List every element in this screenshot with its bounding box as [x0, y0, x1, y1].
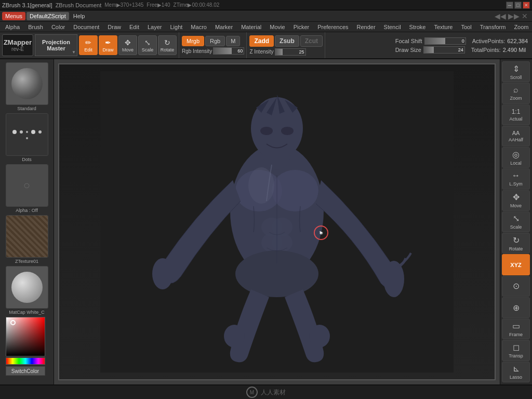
draw-size-bar[interactable]: 24 [423, 46, 465, 54]
color-menu[interactable]: Color [49, 23, 67, 31]
tool-menu[interactable]: Tool [459, 23, 473, 31]
move-button[interactable]: ✥ Move [118, 35, 137, 55]
focal-shift-bar[interactable]: 0 [424, 37, 466, 45]
stencil-menu[interactable]: Stencil [382, 23, 403, 31]
actual-button[interactable]: 1:1 Actual [502, 104, 530, 125]
canvas-area[interactable]: ↻ [54, 59, 500, 384]
frame-button[interactable]: ▭ Frame [502, 318, 530, 339]
render-menu[interactable]: Render [355, 23, 378, 31]
matcap-thumbnail[interactable] [6, 266, 48, 309]
creature-svg [100, 71, 454, 373]
ztexture-thumbnail-container: ZTexture01 [2, 215, 51, 264]
light-menu[interactable]: Light [168, 23, 185, 31]
zoom-icon: ⌕ [513, 85, 518, 95]
ztexture-thumbnail[interactable] [6, 215, 48, 258]
menus-menu[interactable]: Menus [2, 12, 25, 20]
zoom-button[interactable]: ⌕ Zoom [502, 83, 530, 103]
draw-size-value: 24 [458, 47, 463, 52]
document-menu[interactable]: Document [71, 23, 101, 31]
aahalf-button[interactable]: AA AAHalf [502, 126, 530, 147]
picker-menu[interactable]: Picker [291, 23, 312, 31]
creature-canvas: ↻ [59, 64, 495, 379]
hue-bar[interactable] [6, 357, 45, 365]
edit-label: Edit [84, 47, 92, 52]
move-right-button[interactable]: ✥ Move [502, 190, 530, 211]
zmapper-button[interactable]: ZMapper rev-E [2, 34, 33, 56]
alpha-menu[interactable]: Alpha [3, 23, 22, 31]
master-label: Master [47, 45, 65, 51]
transp-button[interactable]: ◻ Transp [502, 340, 530, 361]
rotate-right-button[interactable]: ↻ Rotate [502, 233, 530, 254]
lsym-button[interactable]: ↔ L.Sym [502, 168, 530, 189]
help-menu[interactable]: Help [70, 12, 88, 20]
snap-button[interactable]: ⊙ [502, 276, 530, 297]
transform-menu[interactable]: Transform [478, 23, 508, 31]
brush-menu[interactable]: Brush [26, 23, 45, 31]
dots-thumbnail[interactable] [6, 113, 48, 156]
floor-icon: ⊕ [513, 303, 520, 313]
edit-button[interactable]: ✏ Edit [79, 35, 98, 55]
dots-brush-icon [6, 125, 48, 144]
right-sidebar: ⇕ Scroll ⌕ Zoom 1:1 Actual AA AAHalf ◎ L… [500, 59, 532, 384]
default-zscript-menu[interactable]: DefaultZScript [26, 12, 69, 20]
stroke-menu[interactable]: Stroke [407, 23, 428, 31]
transp-icon: ◻ [513, 342, 520, 352]
scale-right-button[interactable]: ⤡ Scale [502, 211, 530, 232]
projection-master-button[interactable]: Projection Master ▼ [35, 34, 77, 56]
scale-right-icon: ⤡ [513, 214, 520, 223]
color-hue-indicator [10, 320, 16, 325]
brush-thumbnail[interactable] [6, 62, 48, 105]
z-intensity-bar[interactable]: 25 [275, 48, 306, 56]
maximize-button[interactable]: □ [514, 2, 522, 9]
alpha-thumbnail[interactable]: ○ [6, 164, 48, 207]
draw-size-fill [424, 47, 434, 53]
z-section: Zadd Zsub Zcut Z Intensity 25 [249, 32, 325, 58]
actual-label: Actual [509, 116, 522, 122]
svg-point-14 [260, 127, 273, 135]
texture-menu[interactable]: Texture [432, 23, 455, 31]
edit-menu[interactable]: Edit [127, 23, 141, 31]
transform-tools: ✏ Edit ✒ Draw ✥ Move ⤡ Scale ↻ Rotate [79, 32, 179, 58]
layer-menu[interactable]: Layer [145, 23, 164, 31]
zcut-button[interactable]: Zcut [300, 35, 323, 47]
zsub-button[interactable]: Zsub [275, 35, 299, 47]
lasso-icon: ⊾ [513, 364, 520, 374]
rgb-intensity-value: 60 [237, 48, 243, 54]
rotate-icon: ↻ [164, 38, 170, 47]
zadd-button[interactable]: Zadd [249, 35, 274, 47]
scroll-button[interactable]: ⇕ Scroll [502, 61, 530, 82]
movie-menu[interactable]: Movie [268, 23, 287, 31]
macro-menu[interactable]: Macro [189, 23, 209, 31]
material-menu[interactable]: Material [239, 23, 263, 31]
draw-menu[interactable]: Draw [105, 23, 123, 31]
draw-button[interactable]: ✒ Draw [99, 35, 117, 55]
focal-shift-label: Focal Shift [395, 38, 422, 44]
zmapper-label: ZMapper [4, 38, 32, 46]
rgb-intensity-bar[interactable]: 60 [213, 47, 244, 55]
color-square[interactable] [6, 317, 45, 356]
minimize-button[interactable]: ─ [506, 2, 513, 9]
z-intensity-value: 25 [299, 49, 304, 55]
texture-icon [6, 216, 48, 257]
color-picker: SwitchColor [6, 317, 48, 376]
preferences-menu[interactable]: Preferences [315, 23, 350, 31]
local-button[interactable]: ◎ Local [502, 147, 530, 168]
rgb-intensity-label: Rgb Intensity [182, 48, 212, 54]
lasso-button[interactable]: ⊾ Lasso [502, 362, 530, 382]
marker-menu[interactable]: Marker [213, 23, 235, 31]
floor-button[interactable]: ⊕ [502, 297, 530, 318]
dots-thumbnail-container: Dots [2, 113, 51, 162]
zoom-menu[interactable]: Zoom [512, 23, 530, 31]
mrgb-button[interactable]: Mrgb [182, 36, 204, 46]
watermark: M 人人素材 [246, 387, 286, 398]
svg-point-20 [309, 325, 330, 348]
xyz-button[interactable]: XYZ [502, 254, 530, 275]
alpha-thumbnail-container: ○ Alpha : Off [2, 164, 51, 213]
scale-button[interactable]: ⤡ Scale [138, 35, 157, 55]
scroll-label: Scroll [510, 75, 522, 80]
switch-color-button[interactable]: SwitchColor [6, 366, 45, 376]
m-button[interactable]: M [226, 36, 240, 46]
close-button[interactable]: ✕ [523, 2, 530, 9]
rgb-button[interactable]: Rgb [205, 36, 225, 46]
rotate-button[interactable]: ↻ Rotate [158, 35, 177, 55]
